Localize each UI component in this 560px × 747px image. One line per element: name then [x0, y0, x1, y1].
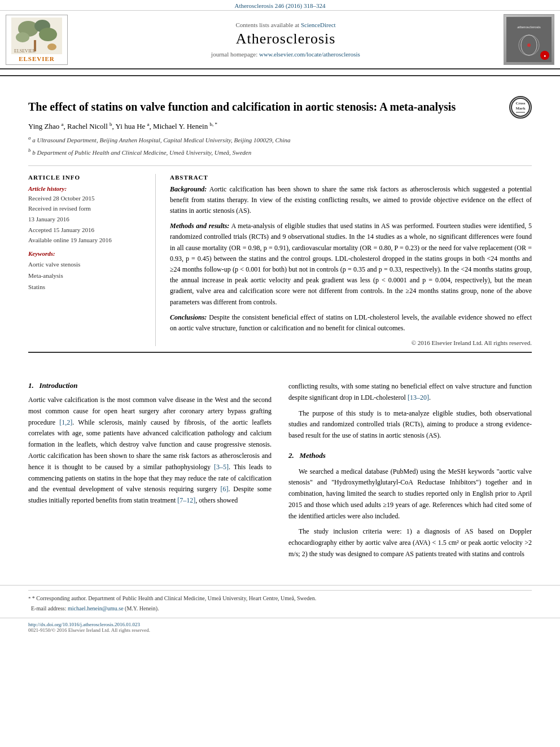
info-abstract-row: ARTICLE INFO Article history: Received 2…	[28, 174, 532, 346]
authors-line: Ying Zhao a, Rachel Nicoll b, Yi hua He …	[28, 121, 532, 131]
crossmark-container[interactable]: Cross Mark	[509, 96, 532, 119]
homepage-text: journal homepage:	[211, 51, 257, 58]
article-title: The effect of statins on valve function …	[28, 99, 532, 115]
date-revised: 13 January 2016	[28, 214, 141, 225]
background-label: Background:	[170, 185, 207, 193]
journal-thumbnail: atherosclerosis ●	[504, 14, 554, 65]
svg-point-5	[16, 32, 29, 42]
date-received: Received 28 October 2015	[28, 193, 141, 204]
affiliation-a: a a Ultrasound Department, Beijing Anzhe…	[28, 134, 532, 145]
ref-3-5[interactable]: [3–5]	[214, 463, 229, 471]
email-footnote: E-mail address: michael.henein@umu.se (M…	[28, 604, 532, 613]
svg-point-6	[47, 43, 56, 50]
journal-header: Atherosclerosis 246 (2016) 318–324 ELSEV…	[0, 0, 560, 69]
intro-title: Introduction	[40, 381, 78, 390]
corresponding-footnote: * * Corresponding author. Department of …	[28, 594, 532, 603]
intro-heading: 1. Introduction	[28, 381, 272, 390]
journal-banner: ELSEVIER ELSEVIER Contents lists availab…	[0, 11, 560, 68]
homepage-link[interactable]: www.elsevier.com/locate/atherosclerosis	[259, 51, 360, 58]
crossmark-svg: Cross Mark	[510, 97, 531, 117]
two-column-body: 1. Introduction Aortic valve calcificati…	[28, 381, 532, 565]
date-accepted: Accepted 15 January 2016	[28, 225, 141, 235]
email-link[interactable]: michael.henein@umu.se	[68, 605, 124, 611]
svg-point-3	[39, 28, 57, 41]
date-online: Available online 19 January 2016	[28, 235, 141, 246]
svg-text:ELSEVIER: ELSEVIER	[14, 49, 36, 54]
vertical-divider	[155, 174, 156, 346]
journal-citation: Atherosclerosis 246 (2016) 318–324	[234, 2, 325, 9]
intro-text: Aortic valve calcification is the most c…	[28, 395, 272, 506]
footnotes-section: * * Corresponding author. Department of …	[0, 585, 560, 618]
right-para-2: The purpose of this study is to meta-ana…	[288, 408, 532, 442]
crossmark-icon[interactable]: Cross Mark	[509, 96, 532, 119]
methods-number: 2.	[288, 451, 294, 460]
corresponding-text: * Corresponding author. Department of Pu…	[32, 595, 316, 601]
svg-point-12	[527, 43, 531, 47]
right-col-text: conflicting results, with some stating n…	[288, 381, 532, 560]
elsevier-logo-svg: ELSEVIER	[11, 18, 62, 54]
keyword-2: Meta-analysis	[28, 270, 141, 282]
issn-line: 0021-9150/© 2016 Elsevier Ireland Ltd. A…	[28, 627, 532, 633]
methods-para-2: The study inclusion criteria were: 1) a …	[288, 526, 532, 560]
footnote-divider	[28, 590, 532, 591]
svg-text:Cross: Cross	[516, 101, 526, 106]
keyword-3: Statins	[28, 282, 141, 293]
history-label: Article history:	[28, 185, 141, 192]
doi-link[interactable]: http://dx.doi.org/10.1016/j.atherosclero…	[28, 622, 140, 627]
doi-line: http://dx.doi.org/10.1016/j.atherosclero…	[28, 622, 532, 627]
left-column: 1. Introduction Aortic valve calcificati…	[28, 381, 272, 565]
ref-6[interactable]: [6]	[220, 485, 228, 493]
footer: http://dx.doi.org/10.1016/j.atherosclero…	[0, 618, 560, 636]
methods-text: A meta-analysis of eligible studies that…	[170, 222, 532, 305]
sciencedirect-link[interactable]: ScienceDirect	[301, 21, 336, 28]
right-column: conflicting results, with some stating n…	[288, 381, 532, 565]
abstract-conclusions: Conclusions: Despite the consistent bene…	[170, 312, 532, 334]
journal-citation-bar: Atherosclerosis 246 (2016) 318–324	[0, 0, 560, 11]
methods-label: Methods and results:	[170, 222, 229, 230]
elsevier-logo: ELSEVIER ELSEVIER	[6, 15, 68, 65]
svg-text:Mark: Mark	[515, 106, 525, 111]
abstract-copyright: © 2016 Elsevier Ireland Ltd. All rights …	[170, 339, 532, 346]
affiliation-b: b b Department of Public Health and Clin…	[28, 147, 532, 157]
intro-para-1: Aortic valve calcification is the most c…	[28, 395, 272, 506]
journal-homepage: journal homepage: www.elsevier.com/locat…	[73, 51, 498, 58]
keywords-label: Keywords:	[28, 250, 141, 257]
abstract-divider-bottom	[28, 352, 532, 353]
ref-7-12[interactable]: [7–12]	[177, 496, 195, 504]
body-content: 1. Introduction Aortic valve calcificati…	[0, 370, 560, 576]
journal-title: Atherosclerosis	[73, 30, 498, 47]
keyword-1: Aortic valve stenosis	[28, 259, 141, 270]
methods-para-1: We searched a medical database (PubMed) …	[288, 466, 532, 522]
email-note: (M.Y. Henein).	[125, 605, 159, 611]
right-para-1: conflicting results, with some stating n…	[288, 381, 532, 404]
keywords-list: Aortic valve stenosis Meta-analysis Stat…	[28, 259, 141, 292]
asterisk-symbol: *	[28, 596, 32, 601]
svg-text:●: ●	[544, 54, 546, 58]
date-revised-label: Received in revised form	[28, 203, 141, 214]
ref-13-20[interactable]: [13–20]	[408, 394, 429, 401]
methods-title: Methods	[300, 451, 326, 460]
contents-line: Contents lists available at ScienceDirec…	[73, 21, 498, 28]
methods-heading: 2. Methods	[288, 449, 532, 461]
article-dates: Received 28 October 2015 Received in rev…	[28, 193, 141, 246]
contents-text: Contents lists available at	[235, 21, 299, 28]
intro-number: 1.	[28, 381, 34, 390]
journal-center: Contents lists available at ScienceDirec…	[73, 21, 498, 58]
abstract-body: Background: Aortic calcification has bee…	[170, 184, 532, 334]
article-content: Cross Mark The effect of statins on valv…	[0, 82, 560, 370]
abstract-panel: ABSTRACT Background: Aortic calcificatio…	[170, 174, 532, 346]
thumbnail-svg: atherosclerosis ●	[506, 17, 552, 62]
email-label: E-mail address:	[31, 605, 66, 611]
elsevier-label: ELSEVIER	[19, 55, 55, 62]
ref-1-2[interactable]: [1,2]	[59, 418, 72, 426]
header-divider	[0, 75, 560, 76]
abstract-methods: Methods and results: A meta-analysis of …	[170, 221, 532, 308]
article-info-panel: ARTICLE INFO Article history: Received 2…	[28, 174, 141, 346]
info-divider-top	[28, 165, 532, 166]
abstract-heading: ABSTRACT	[170, 174, 532, 181]
abstract-background: Background: Aortic calcification has bee…	[170, 184, 532, 217]
svg-text:atherosclerosis: atherosclerosis	[517, 25, 541, 29]
background-text: Aortic calcification has been shown to s…	[170, 185, 532, 215]
conclusions-label: Conclusions:	[170, 313, 207, 321]
article-info-heading: ARTICLE INFO	[28, 174, 141, 181]
